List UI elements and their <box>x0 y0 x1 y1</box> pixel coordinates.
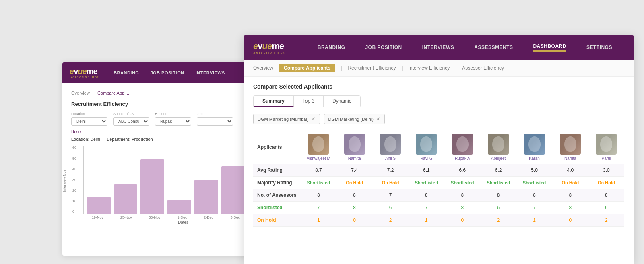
rating-narrita: 4.0 <box>552 164 588 177</box>
breadcrumb-compare[interactable]: Compare Appl... <box>97 91 129 95</box>
name-rupak: Rupak A <box>448 156 476 161</box>
assessors-karan: 8 <box>516 189 552 202</box>
shortlisted-vishwajeet: 7 <box>301 202 336 214</box>
avatar-namita <box>344 134 365 155</box>
tab-top3[interactable]: Top 3 <box>294 96 324 107</box>
majority-rupak: Shortlisted <box>444 177 480 189</box>
majority-narrita: On Hold <box>552 177 588 189</box>
name-karan: Karan <box>520 156 548 161</box>
onhold-abhijeet: 2 <box>480 214 516 227</box>
assessors-anil: 7 <box>372 189 408 202</box>
shortlisted-karan: 7 <box>516 202 552 214</box>
front-header: evueme Selection Bot BRANDING JOB POSITI… <box>244 35 634 60</box>
name-abhijeet: Abhijeet <box>484 156 512 161</box>
onhold-rupak: 0 <box>444 214 480 227</box>
filter-source-label: Source of CV <box>113 112 149 116</box>
rating-ravi: 6.1 <box>409 164 444 177</box>
rating-parul: 3.0 <box>588 164 624 177</box>
applicant-ravi: Ravi G <box>409 130 444 164</box>
row-applicants: Applicants Vishwajeet M Namita Anil S <box>253 130 624 164</box>
filter-recruiter-label: Recuriter <box>155 112 191 116</box>
assessors-abhijeet: 8 <box>480 189 516 202</box>
bar-6 <box>221 166 245 214</box>
applicant-parul: Parul <box>588 130 624 164</box>
assessors-parul: 8 <box>588 189 624 202</box>
name-anil: Anil S <box>376 156 404 161</box>
section-title: Compare Selected Applicants <box>253 83 624 90</box>
filter-location-select[interactable]: Delhi <box>71 117 107 126</box>
shortlisted-narrita: 8 <box>552 202 588 214</box>
label-applicants: Applicants <box>253 130 301 164</box>
tab-dynamic[interactable]: Dynamic <box>324 96 360 107</box>
back-nav-branding[interactable]: BRANDING <box>114 70 139 75</box>
filter-location: Location Delhi <box>71 112 107 126</box>
filter-recruiter-select[interactable]: Rupak <box>155 117 191 126</box>
applicant-karan: Karan <box>516 130 552 164</box>
name-parul: Parul <box>592 156 620 161</box>
rating-vishwajeet: 8.7 <box>301 164 336 177</box>
back-nav-jobposition[interactable]: JOB POSITION <box>150 70 184 75</box>
name-namita: Namita <box>341 156 368 161</box>
majority-vishwajeet: Shortlisted <box>301 177 336 189</box>
majority-anil: On Hold <box>372 177 408 189</box>
assessors-rupak: 8 <box>444 189 480 202</box>
label-assessors: No. of Assessors <box>253 189 301 202</box>
tabs-row: Summary Top 3 Dynamic <box>253 95 361 107</box>
onhold-ravi: 1 <box>409 214 444 227</box>
front-logo: evueme Selection Bot <box>253 41 285 54</box>
nav-settings[interactable]: SETTINGS <box>586 45 612 50</box>
shortlisted-rupak: 8 <box>444 202 480 214</box>
chip-delhi-close[interactable]: ✕ <box>376 116 380 122</box>
onhold-parul: 2 <box>588 214 624 227</box>
label-avg-rating: Avg Rating <box>253 164 301 177</box>
applicant-narrita: Narrita <box>552 130 588 164</box>
subnav-compare[interactable]: Compare Applicants <box>279 64 335 72</box>
subnav-interview[interactable]: Interview Efficiency <box>409 64 450 72</box>
row-onhold: On Hold 1 0 2 1 0 2 1 0 2 <box>253 214 624 227</box>
bar-2 <box>114 184 138 214</box>
nav-dashboard[interactable]: DASHBOARD <box>533 43 566 52</box>
avatar-rupak <box>452 134 473 155</box>
filter-job: Job <box>197 112 233 126</box>
chip-mumbai: DGM Marketing (Mumbai) ✕ <box>253 114 320 124</box>
front-card: evueme Selection Bot BRANDING JOB POSITI… <box>244 35 634 264</box>
content-area: Compare Selected Applicants Summary Top … <box>244 77 634 233</box>
chip-mumbai-close[interactable]: ✕ <box>311 116 316 122</box>
row-avg-rating: Avg Rating 8.7 7.4 7.2 6.1 6.6 6.2 5.0 4… <box>253 164 624 177</box>
subnav-overview[interactable]: Overview <box>253 64 273 72</box>
applicant-abhijeet: Abhijeet <box>480 130 516 164</box>
avatar-parul <box>596 134 617 155</box>
row-majority-rating: Majority Rating Shortlisted On Hold On H… <box>253 177 624 189</box>
nav-interviews[interactable]: INTERVIEWS <box>422 45 454 50</box>
row-assessors: No. of Assessors 8 8 7 8 8 8 8 8 8 <box>253 189 624 202</box>
filter-location-label: Location <box>71 112 107 116</box>
back-nav: BRANDING JOB POSITION INTERVIEWS <box>114 70 225 75</box>
nav-branding[interactable]: BRANDING <box>318 45 345 50</box>
breadcrumb-overview[interactable]: Overview <box>71 91 90 95</box>
bar-3 <box>140 159 164 214</box>
majority-karan: Shortlisted <box>516 177 552 189</box>
onhold-namita: 0 <box>336 214 372 227</box>
subnav-assessor[interactable]: Assessor Efficiency <box>462 64 504 72</box>
avatar-anil <box>380 134 401 155</box>
shortlisted-parul: 6 <box>588 202 624 214</box>
avatar-karan <box>524 134 545 155</box>
nav-jobposition[interactable]: JOB POSITION <box>365 45 402 50</box>
y-axis-title: Interview Nos <box>62 170 66 192</box>
onhold-anil: 2 <box>372 214 408 227</box>
filter-source-select[interactable]: ABC Consultants <box>113 117 149 126</box>
row-shortlisted: Shortlisted 7 8 6 7 8 6 7 8 6 <box>253 202 624 214</box>
back-nav-interviews[interactable]: INTERVIEWS <box>196 70 225 75</box>
tab-summary[interactable]: Summary <box>254 96 294 107</box>
majority-abhijeet: Shortlisted <box>480 177 516 189</box>
y-axis-labels: 6050403020100 <box>72 146 76 214</box>
name-ravi: Ravi G <box>413 156 440 161</box>
majority-namita: On Hold <box>336 177 372 189</box>
filter-job-select[interactable] <box>197 117 233 126</box>
shortlisted-ravi: 7 <box>409 202 444 214</box>
onhold-narrita: 0 <box>552 214 588 227</box>
applicant-namita: Namita <box>336 130 372 164</box>
subnav-recruitment[interactable]: Recruitment Efficiency <box>348 64 396 72</box>
nav-assessments[interactable]: ASSESSMENTS <box>474 45 513 50</box>
compare-table: Applicants Vishwajeet M Namita Anil S <box>253 130 624 227</box>
